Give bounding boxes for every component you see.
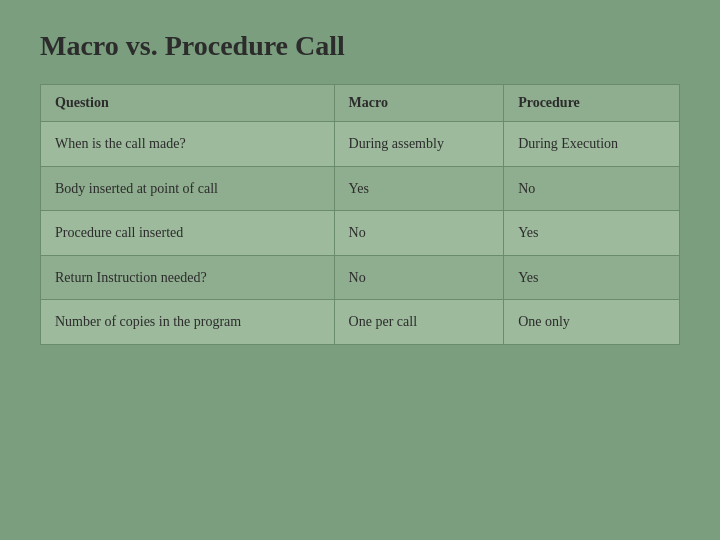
cell-question: When is the call made? bbox=[41, 122, 335, 167]
table-header-row: Question Macro Procedure bbox=[41, 85, 680, 122]
cell-procedure: One only bbox=[504, 300, 680, 345]
cell-procedure: Yes bbox=[504, 255, 680, 300]
cell-question: Procedure call inserted bbox=[41, 211, 335, 256]
cell-macro: During assembly bbox=[334, 122, 504, 167]
cell-procedure: No bbox=[504, 166, 680, 211]
table-row: Procedure call insertedNoYes bbox=[41, 211, 680, 256]
page-title: Macro vs. Procedure Call bbox=[40, 30, 680, 62]
cell-procedure: During Execution bbox=[504, 122, 680, 167]
cell-question: Number of copies in the program bbox=[41, 300, 335, 345]
table-row: Number of copies in the programOne per c… bbox=[41, 300, 680, 345]
comparison-table: Question Macro Procedure When is the cal… bbox=[40, 84, 680, 345]
table-row: Return Instruction needed?NoYes bbox=[41, 255, 680, 300]
cell-question: Body inserted at point of call bbox=[41, 166, 335, 211]
slide: Macro vs. Procedure Call Question Macro … bbox=[0, 0, 720, 540]
table-row: Body inserted at point of callYesNo bbox=[41, 166, 680, 211]
table-row: When is the call made?During assemblyDur… bbox=[41, 122, 680, 167]
cell-question: Return Instruction needed? bbox=[41, 255, 335, 300]
cell-macro: One per call bbox=[334, 300, 504, 345]
header-question: Question bbox=[41, 85, 335, 122]
header-procedure: Procedure bbox=[504, 85, 680, 122]
cell-macro: No bbox=[334, 211, 504, 256]
cell-procedure: Yes bbox=[504, 211, 680, 256]
cell-macro: No bbox=[334, 255, 504, 300]
header-macro: Macro bbox=[334, 85, 504, 122]
cell-macro: Yes bbox=[334, 166, 504, 211]
